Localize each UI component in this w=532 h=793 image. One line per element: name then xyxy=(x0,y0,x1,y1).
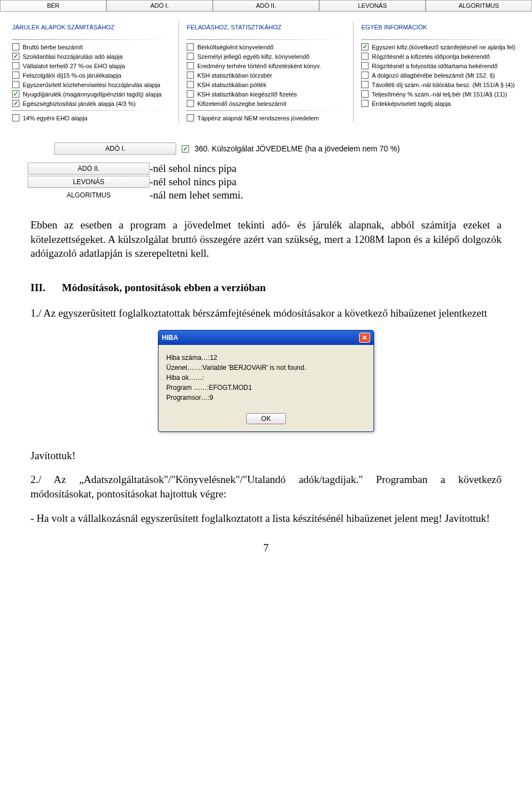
checkbox-label: Bruttó bérbe beszámít xyxy=(23,44,83,50)
checkbox-label: Távolléti díj szám.-nál túlórába besz. (… xyxy=(372,82,515,88)
checkbox-label: Felszolgálói díj15 %-os járulékalapja xyxy=(23,72,121,79)
page-number: 7 xyxy=(0,542,532,554)
checkbox-label: Vállalatot terhelő 27 %-os EHO alapja xyxy=(23,63,125,69)
checkbox-label: Egészségbiztosítási járulék alapja (4/3 … xyxy=(23,100,136,107)
paragraph: Ebben az esetben a program a jövedelmet … xyxy=(30,218,502,261)
panel-title: FELADÁSHOZ, STATISZTIKÁHOZ xyxy=(187,22,345,37)
tab-ado2[interactable]: ADÓ II. xyxy=(213,0,319,11)
paragraph: 1./ Az egyszerűsített foglalkoztatottak … xyxy=(30,306,502,321)
checkbox[interactable] xyxy=(187,81,194,88)
panel-feladas: FELADÁSHOZ, STATISZTIKÁHOZ Bérköltségkén… xyxy=(178,22,353,123)
checkbox-label: Táppénz alapnál NEM rendszeres jövedelem xyxy=(197,115,319,121)
divider xyxy=(12,39,171,40)
checkbox[interactable] xyxy=(12,81,19,88)
checkbox-label: Érdekképviseleti tagdíj alapja xyxy=(372,100,451,107)
checkbox-label: KSH statisztikában pótlék xyxy=(197,82,267,88)
checkbox[interactable] xyxy=(187,100,194,107)
checkbox[interactable] xyxy=(187,72,194,79)
dialog-title-text: HIBA xyxy=(162,333,178,342)
checkbox[interactable] xyxy=(12,100,19,107)
checkbox-label: 14% egyéni EHO alapja xyxy=(23,115,88,121)
tab-ado2-small[interactable]: ADÓ II. xyxy=(28,162,150,175)
checkbox-label: Bérköltségként könyvelendő xyxy=(197,44,274,50)
tab-notes: ADÓ II. -nél sehol nincs pipa LEVONÁS -n… xyxy=(28,162,532,201)
checkbox[interactable] xyxy=(12,72,19,79)
checkbox[interactable] xyxy=(12,62,19,69)
checkbox[interactable] xyxy=(361,43,369,50)
dialog-body: Hiba száma…:12 Üzenet……:Variable 'BERJOV… xyxy=(158,345,374,407)
paragraph: Javítottuk! xyxy=(30,449,502,463)
checkbox[interactable] xyxy=(361,62,369,69)
panel-title: JÁRULÉK ALAPOK SZÁMÍTÁSÁHOZ xyxy=(12,22,171,37)
checkbox-label: KSH statisztikában kiegészítő fizetés xyxy=(197,91,297,98)
tab-levonas-small[interactable]: LEVONÁS xyxy=(28,176,150,188)
checkbox[interactable] xyxy=(12,90,19,98)
checkbox-label: Teljesítmény % szám.-nál telj.bér (Mt 15… xyxy=(372,91,507,98)
note-text: -nél sehol nincs pipa xyxy=(150,162,237,175)
checkbox-label: Nyugdíjjárulék (magánnyugdíjpénztári tag… xyxy=(23,91,162,98)
paragraph: 2./ Az „Adatszolgáltatások"/"Könyvelésne… xyxy=(30,472,502,501)
checkbox[interactable] xyxy=(187,62,194,69)
heading-number: III. xyxy=(30,281,59,295)
top-tabs: BÉR ADÓ I. ADÓ II. LEVONÁS ALGORITMUS xyxy=(0,0,532,12)
ok-button[interactable]: OK xyxy=(246,413,285,424)
note-text: -nál nem lehet semmi. xyxy=(150,189,243,201)
checkbox[interactable] xyxy=(361,90,369,98)
error-dialog: HIBA ✕ Hiba száma…:12 Üzenet……:Variable … xyxy=(158,330,374,432)
section-heading: III. Módosítások, pontosítások ebben a v… xyxy=(30,281,502,295)
checkbox[interactable] xyxy=(12,53,19,60)
checkbox[interactable] xyxy=(361,53,369,60)
panel-egyeb: EGYÉB INFORMÁCIÓK Egyszeri kifiz.(követk… xyxy=(353,22,528,123)
divider xyxy=(187,39,345,40)
panel-title: EGYÉB INFORMÁCIÓK xyxy=(361,22,520,37)
heading-text: Módosítások, pontosítások ebben a verzió… xyxy=(62,282,266,293)
tab-levonas[interactable]: LEVONÁS xyxy=(319,0,426,11)
checkbox[interactable] xyxy=(187,114,194,121)
checkbox-label: Egyszeri kifiz.(következő számfejtésnél … xyxy=(372,44,515,50)
checkbox[interactable] xyxy=(182,145,189,152)
checkbox[interactable] xyxy=(187,43,194,50)
checkbox[interactable] xyxy=(12,114,19,121)
checkbox-label: Kifizetendő összegbe beleszámít xyxy=(197,100,287,107)
divider xyxy=(361,39,520,40)
checkbox-label: Rögzítésnél a kifizetés időpontja bekére… xyxy=(372,53,490,60)
checkbox-label: KSH statisztikában törzsbér xyxy=(197,72,272,79)
divider xyxy=(12,110,171,111)
checkbox-label: Eredmény terhére történő kifizetésként k… xyxy=(197,63,321,69)
checkbox-panels: JÁRULÉK ALAPOK SZÁMÍTÁSÁHOZ Bruttó bérbe… xyxy=(0,22,532,129)
tab-algoritmus[interactable]: ALGORITMUS xyxy=(426,0,532,11)
checkbox-label: Személyi jellegű egyéb kifiz. könyvelend… xyxy=(197,53,309,60)
tab-ado1-small[interactable]: ADÓ I. xyxy=(54,143,176,155)
close-icon[interactable]: ✕ xyxy=(359,333,370,343)
checkbox[interactable] xyxy=(361,81,369,88)
ado1-inline: ADÓ I. 360. Külszolgálat JÖVEDELME (ha a… xyxy=(54,143,532,155)
divider xyxy=(187,110,345,111)
checkbox[interactable] xyxy=(12,43,19,50)
ado1-text: 360. Külszolgálat JÖVEDELME (ha a jövede… xyxy=(195,144,400,153)
checkbox-label: Egyszerűsített közteherviselési hozzájár… xyxy=(23,82,160,88)
checkbox[interactable] xyxy=(187,53,194,60)
tab-ado1[interactable]: ADÓ I. xyxy=(106,0,213,11)
checkbox-label: Szolidaritási hozzájárulási adó alapja xyxy=(23,53,122,60)
note-text: -nél sehol nincs pipa xyxy=(150,176,237,188)
checkbox[interactable] xyxy=(361,100,369,107)
document-body: Ebben az esetben a program a jövedelmet … xyxy=(0,202,532,525)
checkbox[interactable] xyxy=(187,90,194,98)
checkbox[interactable] xyxy=(361,72,369,79)
checkbox-label: A dolgozó átlagbérébe beleszámít (Mt 152… xyxy=(372,72,495,79)
paragraph: - Ha volt a vállalkozásnál egyszerűsítet… xyxy=(30,511,502,526)
tab-algoritmus-small: ALGORITMUS xyxy=(28,190,150,201)
dialog-titlebar: HIBA ✕ xyxy=(158,331,374,345)
panel-jarulek: JÁRULÉK ALAPOK SZÁMÍTÁSÁHOZ Bruttó bérbe… xyxy=(4,22,178,123)
checkbox-label: Rögzítésnél a folyósítás időtartama beké… xyxy=(372,63,498,69)
tab-ber[interactable]: BÉR xyxy=(0,0,106,11)
